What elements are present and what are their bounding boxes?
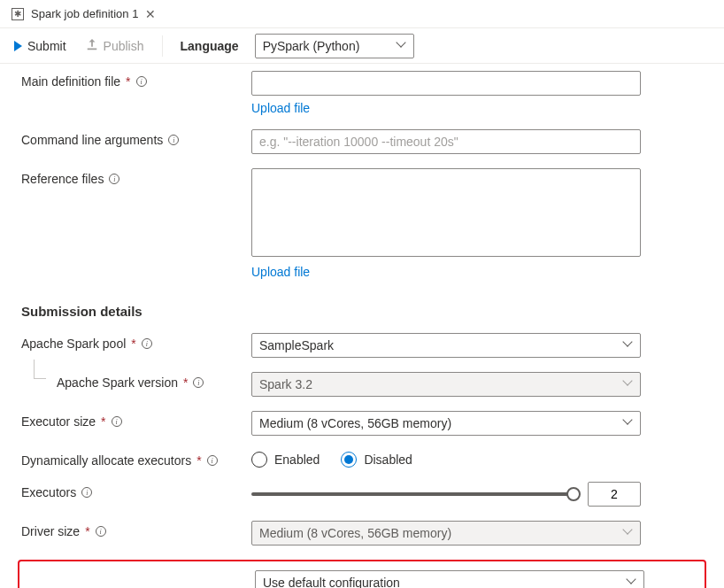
info-icon[interactable]: i <box>193 377 204 388</box>
upload-file-link[interactable]: Upload file <box>251 101 310 115</box>
spark-version-label: Apache Spark version <box>57 375 178 390</box>
executor-size-select[interactable]: Medium (8 vCores, 56GB memory) <box>251 411 641 436</box>
submit-button[interactable]: Submit <box>9 35 72 57</box>
submission-details-heading: Submission details <box>21 304 706 319</box>
spark-config-select[interactable]: Use default configuration <box>255 570 644 588</box>
chevron-down-icon <box>624 380 633 389</box>
radio-disabled[interactable]: Disabled <box>341 452 412 468</box>
highlighted-section: Apache Spark configuration i Use default… <box>18 560 706 588</box>
driver-size-select: Medium (8 vCores, 56GB memory) <box>251 521 641 545</box>
publish-icon <box>86 38 98 53</box>
slider-thumb[interactable] <box>566 487 581 501</box>
reference-files-label: Reference files <box>21 172 104 186</box>
chevron-down-icon <box>624 419 633 428</box>
required-marker: * <box>183 375 188 390</box>
main-def-file-label: Main definition file <box>21 74 120 89</box>
info-icon[interactable]: i <box>96 526 106 537</box>
executors-label: Executors <box>21 485 76 499</box>
spark-version-select: Spark 3.2 <box>251 372 641 397</box>
chevron-down-icon <box>628 578 636 587</box>
play-icon <box>14 41 22 51</box>
upload-file-link[interactable]: Upload file <box>251 265 310 279</box>
required-marker: * <box>196 453 201 468</box>
info-icon[interactable]: i <box>112 416 122 427</box>
toolbar-divider <box>162 35 163 57</box>
info-icon[interactable]: i <box>81 487 92 498</box>
info-icon[interactable]: i <box>136 76 147 87</box>
main-def-file-input[interactable] <box>251 71 641 96</box>
info-icon[interactable]: i <box>207 455 218 466</box>
tab-title: Spark job definition 1 <box>31 7 138 20</box>
spark-pool-label: Apache Spark pool <box>21 337 126 351</box>
driver-size-label: Driver size <box>21 524 80 538</box>
chevron-down-icon <box>624 529 633 538</box>
chevron-down-icon <box>624 341 633 350</box>
cmd-args-input[interactable] <box>251 129 641 154</box>
cmd-args-label: Command line arguments <box>21 133 163 147</box>
required-marker: * <box>131 337 135 351</box>
tree-connector <box>34 360 46 379</box>
info-icon[interactable]: i <box>142 338 152 349</box>
plus-icon: + <box>655 584 663 588</box>
required-marker: * <box>101 414 105 429</box>
close-icon[interactable]: ✕ <box>145 8 156 20</box>
chevron-down-icon <box>397 42 406 50</box>
spark-pool-select[interactable]: SampleSpark <box>251 333 641 358</box>
reference-files-input[interactable] <box>251 168 641 257</box>
language-label: Language <box>181 39 239 53</box>
radio-enabled[interactable]: Enabled <box>251 452 320 468</box>
info-icon[interactable]: i <box>109 174 119 184</box>
dyn-alloc-label: Dynamically allocate executors <box>21 453 191 468</box>
executor-size-label: Executor size <box>21 414 96 429</box>
spark-job-icon: ✱ <box>12 8 24 20</box>
publish-button[interactable]: Publish <box>81 35 150 57</box>
language-select[interactable]: PySpark (Python) <box>255 34 414 58</box>
executors-slider[interactable] <box>251 492 574 496</box>
required-marker: * <box>85 524 89 538</box>
tab-spark-job-definition[interactable]: ✱ Spark job definition 1 ✕ <box>4 4 163 24</box>
required-marker: * <box>126 74 130 89</box>
radio-icon <box>251 452 267 468</box>
radio-icon <box>341 452 357 468</box>
executors-value-input[interactable] <box>588 482 641 507</box>
info-icon[interactable]: i <box>168 135 179 145</box>
new-config-button[interactable]: + New <box>655 584 691 588</box>
